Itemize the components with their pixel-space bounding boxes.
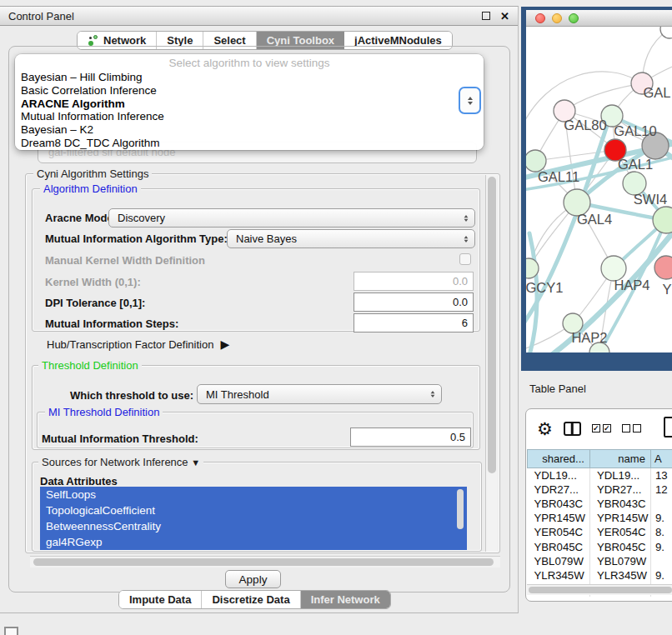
show-checked-columns-icon[interactable]: ✓ ✓ bbox=[592, 424, 611, 432]
scrollbar-thumb[interactable] bbox=[33, 558, 494, 566]
scrollbar-thumb[interactable] bbox=[529, 587, 672, 593]
which-threshold-combobox[interactable]: MI Threshold bbox=[197, 384, 442, 404]
mi-steps-field[interactable]: 6 bbox=[354, 313, 474, 332]
tab-label: Style bbox=[167, 34, 193, 47]
node-label: SWI4 bbox=[634, 192, 667, 207]
hide-columns-icon[interactable] bbox=[622, 424, 641, 432]
table-cell[interactable]: YDR27... bbox=[528, 482, 590, 497]
dropdown-item-basic-correlation[interactable]: Basic Correlation Inference bbox=[15, 84, 484, 98]
table-horizontal-scrollbar[interactable] bbox=[527, 584, 672, 595]
dropdown-item-bayesian-hill-climbing[interactable]: Bayesian – Hill Climbing bbox=[15, 71, 484, 84]
close-traffic-icon[interactable] bbox=[535, 13, 545, 23]
mi-threshold-field[interactable]: 0.5 bbox=[350, 428, 471, 447]
table-cell[interactable]: YDR27... bbox=[589, 482, 650, 497]
table-cell[interactable]: YPR145W bbox=[589, 511, 650, 525]
network-window-titlebar[interactable] bbox=[526, 10, 672, 27]
focused-combobox-spinner[interactable] bbox=[459, 87, 481, 114]
mi-type-combobox[interactable]: Naive Bayes bbox=[227, 229, 475, 248]
table-row[interactable]: YBR043CYBR043C bbox=[528, 497, 672, 511]
panel-title: Control Panel bbox=[8, 10, 74, 22]
dpi-tolerance-field[interactable]: 0.0 bbox=[354, 292, 474, 312]
minimized-panel-icon[interactable] bbox=[4, 627, 18, 635]
table-cell[interactable]: YBR045C bbox=[589, 539, 650, 553]
table-cell[interactable]: YDL19... bbox=[528, 468, 590, 482]
dropdown-item-mutual-information[interactable]: Mutual Information Inference bbox=[15, 110, 484, 123]
tab-discretize-data[interactable]: Discretize Data bbox=[202, 591, 300, 608]
table-cell[interactable] bbox=[650, 497, 672, 511]
network-node[interactable] bbox=[660, 27, 672, 38]
dropdown-item-aracne[interactable]: ARACNE Algorithm bbox=[15, 98, 484, 111]
hub-definition-toggle[interactable]: Hub/Transcription Factor Definition ▶ bbox=[47, 338, 229, 351]
close-icon[interactable]: ✕ bbox=[500, 10, 509, 22]
table-row[interactable]: YDR27...YDR27...12 bbox=[528, 482, 672, 497]
node-label: GAL10 bbox=[614, 123, 656, 138]
network-node[interactable] bbox=[654, 256, 672, 279]
table-cell[interactable]: 9. bbox=[650, 511, 672, 525]
dropdown-item-dream8[interactable]: Dream8 DC_TDC Algorithm bbox=[15, 137, 484, 150]
table-cell[interactable]: 13 bbox=[650, 468, 672, 482]
table-cell[interactable]: YBL079W bbox=[589, 554, 650, 568]
table-panel-title: Table Panel bbox=[529, 382, 586, 395]
control-panel-titlebar: Control Panel ✕ bbox=[0, 7, 518, 26]
table-row[interactable]: YBL079WYBL079W bbox=[528, 554, 672, 568]
node-label: Y bbox=[662, 282, 671, 297]
table-cell[interactable]: YBR043C bbox=[589, 497, 650, 511]
table-cell[interactable]: 9. bbox=[650, 539, 672, 553]
which-threshold-value: MI Threshold bbox=[198, 388, 430, 401]
settings-horizontal-scrollbar[interactable] bbox=[30, 556, 500, 568]
zoom-traffic-icon[interactable] bbox=[569, 13, 579, 23]
table-row[interactable]: YLR345WYLR345W9. bbox=[528, 568, 672, 582]
table-cell[interactable]: YER054C bbox=[589, 525, 650, 539]
table-row[interactable]: YBR045CYBR045C9. bbox=[528, 539, 672, 553]
list-item-betweennesscentrality[interactable]: BetweennessCentrality bbox=[40, 518, 467, 534]
table-cell[interactable]: YDL19... bbox=[589, 468, 650, 482]
tab-infer-network[interactable]: Infer Network bbox=[301, 591, 390, 608]
gear-icon[interactable]: ⚙ bbox=[537, 420, 553, 438]
aracne-mode-combobox[interactable]: Discovery bbox=[108, 208, 475, 228]
list-item-selfloops[interactable]: SelfLoops bbox=[40, 487, 467, 502]
list-vertical-scrollbar[interactable] bbox=[455, 488, 465, 549]
network-edge[interactable] bbox=[564, 83, 642, 111]
table-cell[interactable]: YLR345W bbox=[528, 568, 590, 582]
mi-threshold-title: MI Threshold Definition bbox=[45, 406, 163, 418]
table-cell[interactable] bbox=[650, 554, 672, 568]
columns-icon[interactable] bbox=[564, 422, 581, 436]
column-header-partial[interactable]: A bbox=[650, 450, 672, 468]
sources-toggle[interactable]: Sources for Network Inference ▼ bbox=[38, 456, 203, 468]
dropdown-item-bayesian-k2[interactable]: Bayesian – K2 bbox=[15, 123, 484, 137]
manual-kernel-checkbox[interactable] bbox=[459, 253, 471, 265]
table-cell[interactable]: YBL079W bbox=[528, 554, 590, 568]
table-cell[interactable]: YLR345W bbox=[589, 568, 650, 582]
table-cell[interactable]: 8. bbox=[650, 525, 672, 539]
table-cell[interactable]: 12 bbox=[650, 482, 672, 497]
checked-box-icon: ✓ bbox=[592, 424, 600, 432]
column-header-shared[interactable]: shared... bbox=[528, 450, 590, 468]
list-item-topologicalcoefficient[interactable]: TopologicalCoefficient bbox=[40, 502, 467, 518]
float-panel-icon[interactable] bbox=[482, 12, 490, 20]
tab-label: Select bbox=[213, 34, 245, 47]
table-cell[interactable]: YER054C bbox=[528, 525, 590, 539]
tab-label: Discretize Data bbox=[212, 593, 289, 606]
kernel-width-field[interactable]: 0.0 bbox=[354, 272, 474, 291]
table-cell[interactable]: YBR045C bbox=[528, 539, 590, 553]
table-cell[interactable]: 9. bbox=[650, 568, 672, 582]
scrollbar-thumb[interactable] bbox=[488, 177, 496, 473]
tab-impute-data[interactable]: Impute Data bbox=[119, 591, 202, 608]
new-table-icon[interactable] bbox=[664, 417, 672, 438]
spinner-arrows-icon bbox=[464, 236, 469, 242]
table-row[interactable]: YPR145WYPR145W9. bbox=[528, 511, 672, 525]
table-header: shared... name A bbox=[528, 450, 672, 468]
cyni-settings-title: Cyni Algorithm Settings bbox=[33, 168, 152, 180]
table-row[interactable]: YDL19...YDL19...13 bbox=[528, 468, 672, 482]
minimize-traffic-icon[interactable] bbox=[552, 13, 562, 23]
apply-button[interactable]: Apply bbox=[225, 570, 281, 588]
scrollbar-thumb[interactable] bbox=[457, 489, 464, 529]
table-row[interactable]: YER054CYER054C8. bbox=[528, 525, 672, 539]
list-item-gal4rgexp[interactable]: gal4RGexp bbox=[40, 534, 467, 550]
checked-box-icon: ✓ bbox=[603, 424, 611, 432]
column-header-name[interactable]: name bbox=[589, 450, 650, 468]
network-canvas[interactable]: GALGAL80GAL10GAL1GAL11SWI4GAL4GCY1HAP4YH… bbox=[526, 27, 672, 352]
table-cell[interactable]: YPR145W bbox=[528, 511, 590, 525]
settings-vertical-scrollbar[interactable] bbox=[485, 175, 498, 552]
table-cell[interactable]: YBR043C bbox=[528, 497, 590, 511]
